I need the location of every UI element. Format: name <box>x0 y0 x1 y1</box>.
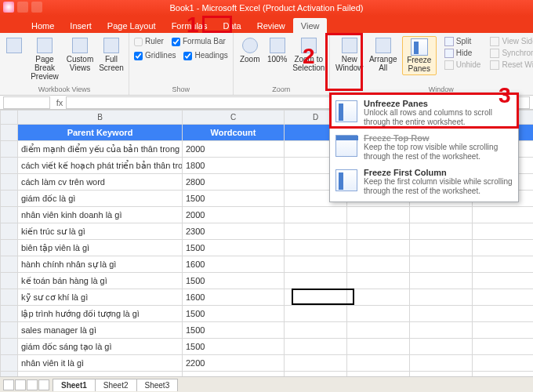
ribbon-tabs: Home Insert Page Layout Formulas Data Re… <box>0 16 533 33</box>
cell-wordcount[interactable]: 1500 <box>183 306 285 322</box>
tab-page-layout[interactable]: Page Layout <box>100 18 164 33</box>
unfreeze-desc: Unlock all rows and columns to scroll th… <box>364 108 513 127</box>
freeze-panes-dropdown: Unfreeze PanesUnlock all rows and column… <box>329 93 519 202</box>
undo-icon[interactable] <box>17 2 28 13</box>
ruler-checkbox[interactable]: Ruler <box>134 36 164 47</box>
split-button[interactable]: Split <box>444 36 481 47</box>
hide-button[interactable]: Hide <box>444 48 481 59</box>
new-window-button[interactable]: New Window <box>335 36 364 74</box>
table-row: sales manager là gì1500 <box>1 322 534 339</box>
cell-wordcount[interactable]: 1600 <box>183 256 285 273</box>
freeze-first-column-item[interactable]: Freeze First ColumnKeep the first column… <box>332 165 516 199</box>
col-header-b[interactable]: B <box>18 111 183 125</box>
freeze-top-row-title: Freeze Top Row <box>364 133 513 143</box>
row-header[interactable] <box>1 125 18 141</box>
cell-wordcount[interactable]: 1500 <box>183 273 285 289</box>
sheet-tab-2[interactable]: Sheet2 <box>95 379 137 391</box>
row-header[interactable] <box>1 355 18 372</box>
freeze-label: Freeze Panes <box>404 56 434 73</box>
group-workbook-views: Page Break Preview Custom Views Full Scr… <box>0 33 129 95</box>
cell-keyword[interactable]: giám đốc là gì <box>18 191 183 207</box>
workbook-views-label: Workbook Views <box>5 84 124 93</box>
group-show: Ruler Formula Bar Gridlines Headings Sho… <box>129 33 234 95</box>
select-all-corner[interactable] <box>1 111 18 125</box>
cell-wordcount[interactable]: 2000 <box>183 207 285 223</box>
row-header[interactable] <box>1 240 18 256</box>
sheet-tab-3[interactable]: Sheet3 <box>136 379 179 391</box>
freeze-top-row-icon <box>335 135 357 157</box>
tab-data[interactable]: Data <box>215 18 248 33</box>
save-icon[interactable] <box>3 2 14 13</box>
row-header[interactable] <box>1 207 18 223</box>
row-header[interactable] <box>1 339 18 355</box>
col-header-c[interactable]: C <box>183 111 285 125</box>
row-header[interactable] <box>1 174 18 191</box>
cell-keyword[interactable]: biên tập viên là gì <box>18 240 183 256</box>
cell-keyword[interactable]: sales manager là gì <box>18 322 183 339</box>
row-header[interactable] <box>1 289 18 306</box>
title-bar: Book1 - Microsoft Excel (Product Activat… <box>0 0 533 16</box>
table-row: lập trình hướng đối tượng là gì1500 <box>1 306 534 322</box>
gridlines-checkbox[interactable]: Gridlines <box>134 50 176 61</box>
arrange-icon <box>375 38 391 53</box>
cell-wordcount[interactable]: 1500 <box>183 240 285 256</box>
zoom-100-button[interactable]: 100% <box>266 36 288 65</box>
row-header[interactable] <box>1 256 18 273</box>
unhide-button: Unhide <box>444 60 481 71</box>
tab-insert[interactable]: Insert <box>62 18 100 33</box>
formula-bar-checkbox[interactable]: Formula Bar <box>172 36 226 47</box>
annotation-3: 3 <box>499 83 511 108</box>
page-break-button[interactable]: Page Break Preview <box>28 36 61 82</box>
cell-wordcount[interactable]: 2300 <box>183 223 285 240</box>
cell-wordcount[interactable]: 1600 <box>183 289 285 306</box>
freeze-top-row-item[interactable]: Freeze Top RowKeep the top row visible w… <box>332 130 516 165</box>
sheet-tab-1[interactable]: Sheet1 <box>53 379 96 391</box>
zoom-button[interactable]: Zoom <box>238 36 262 65</box>
normal-view-button[interactable] <box>5 36 24 55</box>
cell-keyword[interactable]: cách viết kế hoạch phát triển bản thân t… <box>18 158 183 174</box>
tab-review[interactable]: Review <box>249 18 293 33</box>
custom-views-button[interactable]: Custom Views <box>66 36 94 74</box>
row-header[interactable] <box>1 306 18 322</box>
cell-keyword[interactable]: kỹ sư cơ khí là gì <box>18 289 183 306</box>
table-row: nhân viên kinh doanh là gì2000 <box>1 207 534 223</box>
cell-keyword[interactable]: nhân viên it là gì <box>18 355 183 372</box>
name-box[interactable] <box>3 96 50 109</box>
cell-keyword[interactable]: lập trình hướng đối tượng là gì <box>18 306 183 322</box>
freeze-panes-button[interactable]: Freeze Panes <box>402 36 437 75</box>
normal-icon <box>6 38 22 53</box>
zoom-label: Zoom <box>240 55 260 64</box>
fx-icon[interactable]: fx <box>53 98 66 107</box>
sheet-nav[interactable] <box>0 379 53 390</box>
row-header[interactable] <box>1 141 18 158</box>
row-header[interactable] <box>1 191 18 207</box>
row-header[interactable] <box>1 273 18 289</box>
quick-access-toolbar <box>3 2 42 13</box>
tab-view[interactable]: View <box>293 18 328 33</box>
cell-wordcount[interactable]: 1800 <box>183 158 285 174</box>
cell-wordcount[interactable]: 1500 <box>183 322 285 339</box>
cell-keyword[interactable]: kiến trúc sư là gì <box>18 223 183 240</box>
cell-wordcount[interactable]: 2800 <box>183 174 285 191</box>
freeze-icon <box>411 38 428 56</box>
cell-keyword[interactable]: giám đốc sáng tạo là gì <box>18 339 183 355</box>
redo-icon[interactable] <box>31 2 42 13</box>
cell-keyword[interactable]: hành chính nhân sự là gì <box>18 256 183 273</box>
row-header[interactable] <box>1 223 18 240</box>
freeze-first-col-desc: Keep the first column visible while scro… <box>364 177 513 196</box>
cell-wordcount[interactable]: 2000 <box>183 141 285 158</box>
row-header[interactable] <box>1 158 18 174</box>
full-screen-button[interactable]: Full Screen <box>99 36 124 74</box>
cell-keyword[interactable]: nhân viên kinh doanh là gì <box>18 207 183 223</box>
unfreeze-panes-item[interactable]: Unfreeze PanesUnlock all rows and column… <box>332 96 516 130</box>
cell-keyword[interactable]: điểm mạnh điểm yếu của bản thân trong cv <box>18 141 183 158</box>
cell-wordcount[interactable]: 2200 <box>183 355 285 372</box>
cell-wordcount[interactable]: 1500 <box>183 339 285 355</box>
row-header[interactable] <box>1 322 18 339</box>
cell-keyword[interactable]: cách làm cv trên word <box>18 174 183 191</box>
headings-checkbox[interactable]: Headings <box>183 50 227 61</box>
tab-home[interactable]: Home <box>24 18 62 33</box>
arrange-all-button[interactable]: Arrange All <box>369 36 397 74</box>
cell-wordcount[interactable]: 1500 <box>183 191 285 207</box>
cell-keyword[interactable]: kế toán bán hàng là gì <box>18 273 183 289</box>
